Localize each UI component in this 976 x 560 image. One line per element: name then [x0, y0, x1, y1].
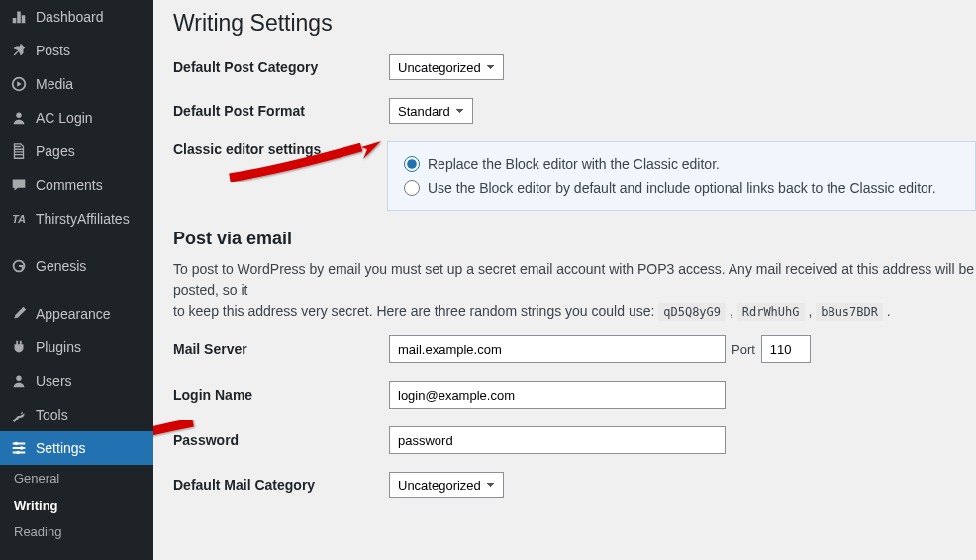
dashboard-icon — [10, 8, 28, 26]
input-password[interactable] — [389, 426, 726, 454]
genesis-icon — [10, 257, 28, 275]
svg-point-4 — [15, 442, 19, 446]
user-icon — [10, 109, 28, 127]
label-port: Port — [732, 342, 755, 357]
select-default-post-format[interactable]: Standard — [389, 98, 473, 124]
svg-point-1 — [16, 113, 21, 118]
radio-replace-block[interactable] — [404, 156, 420, 172]
row-mail-server: Mail Server Port — [173, 335, 976, 363]
sidebar-item-tools[interactable]: Tools — [0, 398, 153, 431]
brush-icon — [10, 305, 28, 323]
random-string-1: qD5Q8yG9 — [658, 303, 726, 321]
sliders-icon — [10, 439, 28, 457]
random-string-2: RdrWhUhG — [737, 303, 805, 321]
wrench-icon — [10, 406, 28, 423]
sidebar-item-label: Media — [36, 76, 73, 92]
sidebar-item-dashboard[interactable]: Dashboard — [0, 0, 153, 34]
sidebar-item-plugins[interactable]: Plugins — [0, 330, 153, 364]
radio-option-replace[interactable]: Replace the Block editor with the Classi… — [404, 152, 959, 176]
sidebar-item-label: Appearance — [36, 306, 111, 322]
plugin-icon — [10, 338, 28, 356]
sidebar-sub-reading[interactable]: Reading — [0, 518, 153, 545]
sidebar-item-media[interactable]: Media — [0, 67, 153, 101]
admin-sidebar: Dashboard Posts Media AC Login Pages Com… — [0, 0, 153, 560]
sidebar-item-label: Tools — [36, 407, 68, 422]
select-default-post-category[interactable]: Uncategorized — [389, 54, 504, 80]
sidebar-item-label: Users — [36, 373, 72, 389]
label-default-post-format: Default Post Format — [173, 103, 389, 119]
label-default-mail-category: Default Mail Category — [173, 477, 389, 493]
sidebar-item-label: Genesis — [36, 258, 86, 274]
ta-icon: TA — [10, 210, 28, 228]
label-login-name: Login Name — [173, 387, 389, 403]
label-mail-server: Mail Server — [173, 341, 389, 357]
input-port[interactable] — [761, 335, 811, 363]
row-default-post-category: Default Post Category Uncategorized — [173, 54, 976, 80]
sidebar-item-comments[interactable]: Comments — [0, 168, 153, 202]
sidebar-sub-writing[interactable]: Writing — [0, 492, 153, 518]
sidebar-sub-general[interactable]: General — [0, 465, 153, 492]
sidebar-item-label: ThirstyAffiliates — [36, 211, 130, 227]
input-login-name[interactable] — [389, 381, 726, 409]
heading-post-via-email: Post via email — [173, 229, 976, 249]
row-login-name: Login Name — [173, 381, 976, 409]
radio-use-block-default[interactable] — [404, 180, 420, 196]
pin-icon — [10, 42, 28, 59]
row-default-mail-category: Default Mail Category Uncategorized — [173, 472, 976, 498]
sidebar-item-aclogin[interactable]: AC Login — [0, 101, 153, 135]
select-default-mail-category[interactable]: Uncategorized — [389, 472, 504, 498]
random-string-3: bBus7BDR — [816, 303, 883, 321]
sidebar-item-label: Settings — [36, 440, 86, 456]
label-classic-editor: Classic editor settings — [173, 141, 389, 157]
radio-label-default-block: Use the Block editor by default and incl… — [428, 180, 936, 196]
sidebar-item-genesis[interactable]: Genesis — [0, 249, 153, 283]
svg-point-3 — [16, 376, 21, 381]
label-password: Password — [173, 432, 389, 448]
svg-point-5 — [20, 446, 24, 450]
classic-editor-options: Replace the Block editor with the Classi… — [387, 141, 976, 211]
input-mail-server[interactable] — [389, 335, 726, 363]
radio-label-replace: Replace the Block editor with the Classi… — [428, 156, 720, 172]
sidebar-item-posts[interactable]: Posts — [0, 34, 153, 67]
desc-post-via-email: To post to WordPress by email you must s… — [173, 259, 976, 322]
sidebar-item-pages[interactable]: Pages — [0, 135, 153, 168]
pages-icon — [10, 142, 28, 160]
main-content: Writing Settings Default Post Category U… — [153, 0, 976, 560]
sidebar-item-label: AC Login — [36, 110, 93, 126]
svg-point-6 — [16, 451, 20, 455]
row-password: Password — [173, 426, 976, 454]
sidebar-item-label: Pages — [36, 143, 75, 159]
sidebar-item-appearance[interactable]: Appearance — [0, 297, 153, 330]
media-icon — [10, 75, 28, 93]
sidebar-item-label: Comments — [36, 177, 103, 193]
sidebar-item-label: Dashboard — [36, 9, 104, 25]
comment-icon — [10, 176, 28, 194]
row-classic-editor: Classic editor settings Replace the Bloc… — [173, 141, 976, 211]
page-title: Writing Settings — [173, 10, 976, 37]
sidebar-item-settings[interactable]: Settings — [0, 431, 153, 465]
radio-option-default-block[interactable]: Use the Block editor by default and incl… — [404, 176, 959, 200]
sidebar-item-users[interactable]: Users — [0, 364, 153, 398]
users-icon — [10, 372, 28, 390]
sidebar-item-label: Posts — [36, 43, 70, 58]
label-default-post-category: Default Post Category — [173, 59, 389, 75]
sidebar-item-thirstyaffiliates[interactable]: TA ThirstyAffiliates — [0, 202, 153, 235]
row-default-post-format: Default Post Format Standard — [173, 98, 976, 124]
sidebar-item-label: Plugins — [36, 339, 81, 355]
